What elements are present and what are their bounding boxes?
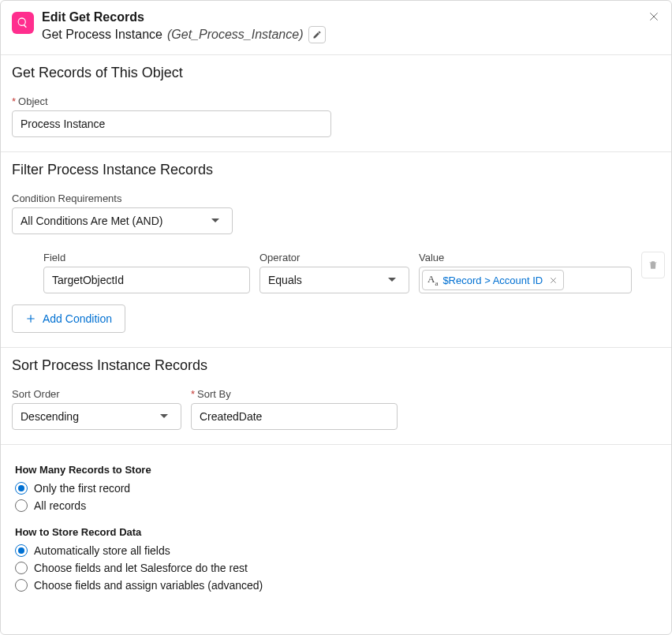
value-pill-text: $Record > Account ID: [442, 275, 543, 286]
chevron-down-icon: [155, 408, 173, 425]
sort-section: Sort Process Instance Records Sort Order…: [1, 348, 671, 445]
filter-field-input[interactable]: TargetObjectId: [43, 267, 250, 293]
filter-section: Filter Process Instance Records Conditio…: [1, 152, 671, 348]
radio-all-records[interactable]: All records: [15, 499, 657, 512]
delete-condition-button[interactable]: [641, 252, 665, 278]
filter-operator-label: Operator: [259, 252, 409, 263]
close-button[interactable]: [646, 9, 662, 24]
close-icon: [549, 276, 558, 285]
add-condition-label: Add Condition: [43, 312, 112, 325]
radio-icon: [15, 562, 28, 574]
api-name: (Get_Process_Instance): [167, 28, 304, 42]
close-icon: [648, 10, 660, 23]
how-many-radio-group: Only the first record All records: [15, 482, 657, 512]
edit-get-records-panel: Edit Get Records Get Process Instance (G…: [0, 0, 672, 635]
radio-icon: [15, 544, 28, 557]
filter-section-title: Filter Process Instance Records: [12, 162, 660, 178]
object-input[interactable]: Process Instance: [12, 110, 331, 137]
panel-subtitle: Get Process Instance (Get_Process_Instan…: [42, 26, 660, 43]
radio-label: Only the first record: [34, 482, 130, 495]
sort-by-value: CreatedDate: [200, 410, 262, 423]
filter-field-label: Field: [43, 252, 250, 263]
radio-auto-store-all[interactable]: Automatically store all fields: [15, 544, 657, 557]
sort-section-title: Sort Process Instance Records: [12, 357, 660, 374]
radio-icon: [15, 499, 28, 512]
value-pill: Aa $Record > Account ID: [422, 270, 564, 290]
condition-requirements-select[interactable]: All Conditions Are Met (AND): [12, 207, 233, 234]
radio-label: Automatically store all fields: [34, 544, 170, 557]
radio-choose-fields-advanced[interactable]: Choose fields and assign variables (adva…: [15, 579, 657, 592]
sort-order-label: Sort Order: [12, 388, 181, 400]
formula-icon: Aa: [427, 273, 438, 287]
sort-by-col: Sort By CreatedDate: [191, 388, 398, 430]
header-text: Edit Get Records Get Process Instance (G…: [42, 10, 660, 43]
store-section: How Many Records to Store Only the first…: [1, 445, 671, 620]
how-many-heading: How Many Records to Store: [15, 464, 657, 476]
radio-icon: [15, 579, 28, 592]
filter-value-input[interactable]: Aa $Record > Account ID: [419, 267, 632, 293]
chevron-down-icon: [207, 212, 224, 230]
filter-operator-select[interactable]: Equals: [259, 267, 409, 293]
condition-requirements-label: Condition Requirements: [12, 192, 660, 204]
remove-pill-button[interactable]: [547, 275, 558, 286]
filter-field-col: Field TargetObjectId: [43, 252, 250, 293]
sort-order-select[interactable]: Descending: [12, 403, 181, 430]
radio-label: Choose fields and let Salesforce do the …: [34, 562, 248, 574]
object-section-title: Get Records of This Object: [12, 65, 660, 81]
how-store-heading: How to Store Record Data: [15, 526, 657, 538]
get-records-icon: [12, 12, 34, 34]
element-label: Get Process Instance: [42, 28, 162, 42]
object-value: Process Instance: [21, 118, 105, 130]
radio-icon: [15, 482, 28, 495]
filter-operator-value: Equals: [268, 274, 302, 286]
radio-label: Choose fields and assign variables (adva…: [34, 579, 263, 592]
filter-operator-col: Operator Equals: [259, 252, 409, 293]
sort-order-value: Descending: [21, 410, 79, 423]
panel-title: Edit Get Records: [42, 10, 660, 24]
radio-choose-fields-salesforce[interactable]: Choose fields and let Salesforce do the …: [15, 562, 657, 574]
filter-condition-row: Field TargetObjectId Operator Equals Val…: [43, 252, 660, 293]
object-label: Object: [12, 95, 660, 107]
chevron-down-icon: [383, 271, 401, 289]
panel-header: Edit Get Records Get Process Instance (G…: [1, 1, 671, 55]
filter-value-label: Value: [419, 252, 632, 263]
trash-icon: [648, 260, 659, 271]
add-condition-button[interactable]: Add Condition: [12, 304, 125, 333]
filter-value-col: Value Aa $Record > Account ID: [419, 252, 632, 293]
object-section: Get Records of This Object Object Proces…: [1, 55, 671, 152]
sort-order-col: Sort Order Descending: [12, 388, 181, 430]
how-store-radio-group: Automatically store all fields Choose fi…: [15, 544, 657, 592]
radio-only-first-record[interactable]: Only the first record: [15, 482, 657, 495]
trash-col: [641, 252, 665, 278]
edit-label-button[interactable]: [308, 26, 326, 43]
plus-icon: [25, 313, 36, 324]
sort-by-label: Sort By: [191, 388, 398, 400]
pencil-icon: [312, 30, 322, 39]
radio-label: All records: [34, 499, 86, 512]
filter-field-value: TargetObjectId: [52, 274, 124, 286]
sort-by-input[interactable]: CreatedDate: [191, 403, 398, 430]
condition-requirements-value: All Conditions Are Met (AND): [21, 215, 163, 227]
